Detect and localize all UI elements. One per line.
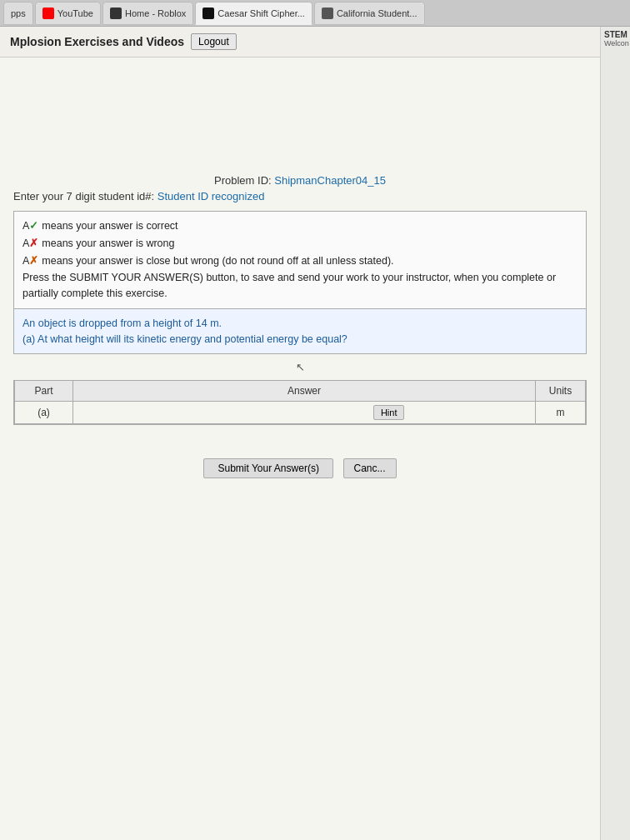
cancel-button[interactable]: Canc... [343,458,397,478]
tab-california[interactable]: California Student... [314,2,425,25]
tab-pps[interactable]: pps [3,2,33,25]
submit-button[interactable]: Submit Your Answer(s) [203,458,332,478]
welcome-label: Welcon [604,39,627,48]
header-part: Part [15,381,73,402]
answer-cell: Hint [73,402,536,424]
tab-roblox-label: Home - Roblox [125,8,186,18]
tab-caesar-label: Caesar Shift Cipher... [218,8,305,18]
wrong-text: means your answer is wrong [42,236,174,252]
problem-id-label: Problem ID: [214,174,272,187]
units-cell: m [536,402,586,424]
close-row: A ✗ means your answer is close but wrong… [22,253,578,269]
roblox-icon [110,8,122,19]
student-id-status: Student ID recognized [158,190,265,202]
wrong-prefix: A [22,236,29,252]
table-row: (a) Hint m [15,402,586,424]
student-id-label: Enter your 7 digit student id#: [13,190,154,202]
answer-input[interactable] [204,407,371,418]
right-panel: STEM Welcon [600,27,630,840]
correct-row: A ✓ means your answer is correct [22,218,578,234]
correct-prefix: A [22,218,29,234]
student-id-line: Enter your 7 digit student id#: Student … [13,190,587,202]
california-icon [322,8,333,19]
problem-id-link[interactable]: ShipmanChapter04_15 [274,174,386,187]
problem-line1: An object is dropped from a height of 14… [22,316,578,332]
problem-line2: (a) At what height will its kinetic ener… [22,332,578,348]
youtube-icon [42,8,54,19]
submit-area: Submit Your Answer(s) Canc... [13,458,587,495]
tab-youtube-label: YouTube [58,8,93,18]
tab-caesar[interactable]: Caesar Shift Cipher... [195,2,312,25]
tab-california-label: California Student... [337,8,418,18]
caesar-icon [202,8,214,19]
logout-button[interactable]: Logout [191,33,237,50]
submit-instruction: Press the SUBMIT YOUR ANSWER(S) button, … [22,270,578,302]
correct-text: means your answer is correct [42,218,178,234]
close-text: means your answer is close but wrong (do… [42,253,393,269]
table-header-row: Part Answer Units [15,381,586,402]
cursor-icon: ↖ [296,361,305,373]
cursor-area: ↖ [13,354,587,380]
close-prefix: A [22,253,29,269]
check-mark-icon: ✓ [29,218,38,234]
info-box: A ✓ means your answer is correct A ✗ mea… [13,211,587,309]
problem-id-line: Problem ID: ShipmanChapter04_15 [13,174,587,187]
header-units: Units [536,381,586,402]
tab-pps-label: pps [11,8,26,18]
header-answer: Answer [73,381,536,402]
spacer [0,58,630,158]
part-cell: (a) [15,402,73,424]
wrong-row: A ✗ means your answer is wrong [22,236,578,252]
tab-roblox[interactable]: Home - Roblox [102,2,193,25]
problem-area: Problem ID: ShipmanChapter04_15 Enter yo… [0,158,600,508]
stem-label: STEM [604,30,627,39]
problem-statement: An object is dropped from a height of 14… [13,309,587,355]
hint-button[interactable]: Hint [373,405,405,420]
answer-table-container: Part Answer Units (a) Hint m [13,380,587,425]
top-nav: Mplosion Exercises and Videos Logout [0,27,630,58]
x-mark-icon: ✗ [29,236,38,252]
nav-title: Mplosion Exercises and Videos [10,35,184,48]
tab-youtube[interactable]: YouTube [35,2,101,25]
tab-bar: pps YouTube Home - Roblox Caesar Shift C… [0,0,630,27]
x-mark-orange-icon: ✗ [29,253,38,269]
answer-table: Part Answer Units (a) Hint m [14,380,586,424]
